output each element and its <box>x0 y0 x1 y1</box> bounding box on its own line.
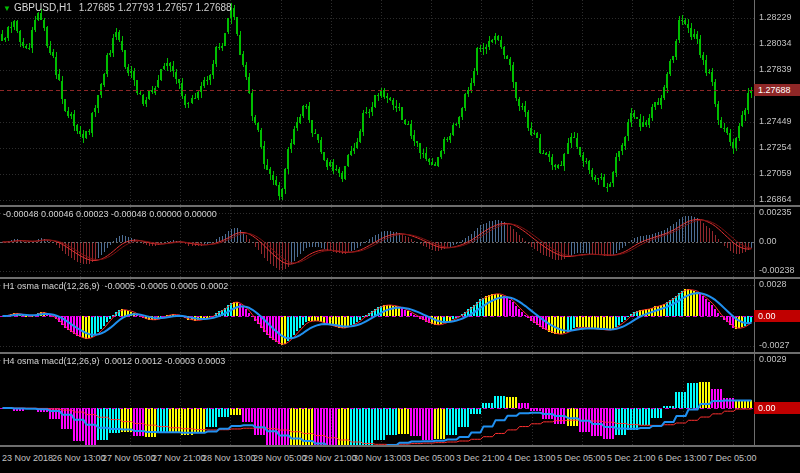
axis-tick-label: -0.0027 <box>759 340 790 350</box>
axis-tick-label: 1.27449 <box>759 116 792 126</box>
time-tick-label: 5 Dec 21:00 <box>607 453 656 463</box>
symbol-period-label: GBPUSD,H1 <box>14 2 72 13</box>
chart-title: ▼GBPUSD,H11.27685 1.27793 1.27657 1.2768… <box>3 2 232 13</box>
time-tick-label: 7 Dec 05:00 <box>708 453 757 463</box>
panel-divider[interactable] <box>0 277 800 279</box>
osma-h1-current-value-label: 0.00 <box>754 310 800 322</box>
indicator-header-osma-h1: H1 osma macd(12,26,9)-0.0005 -0.0005 0.0… <box>3 281 228 291</box>
axis-tick-label: 0.00 <box>759 236 777 246</box>
indicator-name: H4 osma macd(12,26,9) <box>3 356 100 366</box>
axis-tick-label: 1.28034 <box>759 38 792 48</box>
symbol-marker-icon: ▼ <box>3 4 11 13</box>
indicator-panel-osma-h1[interactable]: H1 osma macd(12,26,9)-0.0005 -0.0005 0.0… <box>0 279 754 352</box>
indicator-values: 0.0012 0.0012 -0.0003 0.0003 <box>105 356 226 366</box>
time-tick-label: 5 Dec 05:00 <box>557 453 606 463</box>
main-chart-panel[interactable]: ▼GBPUSD,H11.27685 1.27793 1.27657 1.2768… <box>0 0 754 205</box>
price-axis-separator <box>754 0 755 447</box>
time-tick-label: 27 Nov 21:00 <box>152 453 206 463</box>
osma-h4-current-value-label: 0.00 <box>754 402 800 414</box>
time-tick-label: 27 Nov 05:00 <box>102 453 156 463</box>
time-tick-label: 26 Nov 13:00 <box>52 453 106 463</box>
time-tick-label: 30 Nov 13:00 <box>353 453 407 463</box>
time-tick-label: 3 Dec 05:00 <box>406 453 455 463</box>
time-tick-label: 29 Nov 05:00 <box>253 453 307 463</box>
time-tick-label: 29 Nov 21:00 <box>303 453 357 463</box>
ohlc-values: 1.27685 1.27793 1.27657 1.27688 <box>79 2 232 13</box>
axis-tick-label: 0.00235 <box>759 207 792 217</box>
axis-tick-label: -0.00238 <box>759 265 795 275</box>
panel-divider[interactable] <box>0 352 800 354</box>
panel-divider[interactable] <box>0 205 800 207</box>
axis-tick-label: 1.27254 <box>759 142 792 152</box>
time-tick-label: 3 Dec 21:00 <box>456 453 505 463</box>
axis-tick-label: 0.0029 <box>759 354 787 364</box>
indicator-values-macd: -0.00048 0.00046 0.00023 -0.00048 0.0000… <box>3 209 217 219</box>
indicator-panel-osma-h4[interactable]: H4 osma macd(12,26,9)0.0012 0.0012 -0.00… <box>0 354 754 445</box>
time-tick-label: 6 Dec 13:00 <box>658 453 707 463</box>
time-axis[interactable]: 23 Nov 201826 Nov 13:0027 Nov 05:0027 No… <box>0 447 800 473</box>
time-tick-label: 4 Dec 13:00 <box>507 453 556 463</box>
indicator-values: -0.0005 -0.0005 0.0005 0.0002 <box>105 281 229 291</box>
time-tick-label: 28 Nov 13:00 <box>202 453 256 463</box>
mt4-chart-window: ▼GBPUSD,H11.27685 1.27793 1.27657 1.2768… <box>0 0 800 473</box>
price-axis[interactable]: 1.282291.280341.278391.274491.272541.270… <box>756 0 800 447</box>
axis-tick-label: 1.27059 <box>759 168 792 178</box>
axis-tick-label: 1.26864 <box>759 194 792 204</box>
indicator-name: H1 osma macd(12,26,9) <box>3 281 100 291</box>
axis-tick-label: 1.27839 <box>759 64 792 74</box>
indicator-header-osma-h4: H4 osma macd(12,26,9)0.0012 0.0012 -0.00… <box>3 356 225 366</box>
axis-tick-label: 0.0028 <box>759 279 787 289</box>
indicator-panel-macd[interactable]: -0.00048 0.00046 0.00023 -0.00048 0.0000… <box>0 207 754 277</box>
current-price-label: 1.27688 <box>754 84 800 96</box>
axis-tick-label: 1.28229 <box>759 12 792 22</box>
time-tick-label: 23 Nov 2018 <box>2 453 53 463</box>
